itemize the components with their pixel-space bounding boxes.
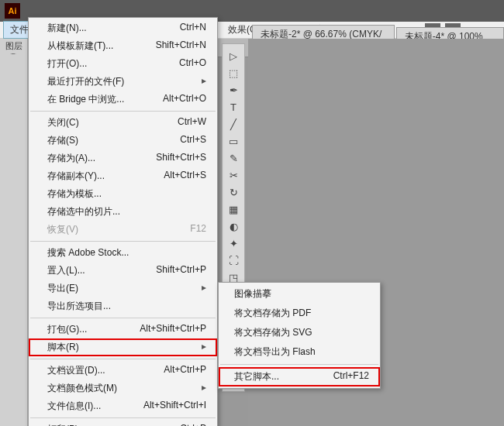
submenu-item[interactable]: 将文档存储为 SVG [219, 323, 380, 342]
shortcut-label: Ctrl+O [179, 57, 206, 70]
eyedropper-icon[interactable]: ⛶ [224, 252, 243, 269]
shortcut-label: Alt+Shift+Ctrl+I [143, 400, 206, 413]
menu-item-label: 文档颜色模式(M) [47, 382, 117, 395]
menu-item-label: 存储(S) [47, 134, 78, 147]
menu-item: 恢复(V)F12 [29, 221, 217, 239]
submenu-item[interactable]: 其它脚本...Ctrl+F12 [219, 367, 380, 386]
type-tool-icon[interactable]: T [224, 98, 243, 115]
submenu-item-label: 将文档导出为 Flash [234, 345, 316, 359]
menu-item[interactable]: 打包(G)...Alt+Shift+Ctrl+P [29, 321, 217, 338]
menu-item[interactable]: 存储选中的切片... [29, 203, 217, 221]
gradient-tool-icon[interactable]: ✦ [224, 235, 243, 252]
menu-item-label: 存储副本(Y)... [47, 170, 105, 183]
menu-item[interactable]: 导出所选项目... [29, 297, 217, 315]
menu-item[interactable]: 新建(N)...Ctrl+N [29, 19, 217, 37]
menu-item[interactable]: 脚本(R)▸ [29, 338, 217, 356]
menu-item-label: 文档设置(D)... [47, 364, 105, 377]
panel-title: 图层 [2, 39, 26, 53]
menu-item-label: 存储为(A)... [47, 152, 95, 165]
menu-item-label: 导出(E) [47, 282, 78, 295]
shape-builder-icon[interactable]: ◐ [224, 218, 243, 235]
shortcut-label: Ctrl+N [180, 22, 206, 35]
menu-item[interactable]: 从模板新建(T)...Shift+Ctrl+N [29, 37, 217, 55]
scripts-submenu: 图像描摹将文档存储为 PDF将文档存储为 SVG将文档导出为 Flash其它脚本… [218, 282, 381, 389]
menu-item-label: 恢复(V) [47, 223, 78, 236]
shortcut-label: Ctrl+P [180, 423, 206, 426]
submenu-item[interactable]: 图像描摹 [219, 284, 380, 304]
menu-item[interactable]: 最近打开的文件(F)▸ [29, 73, 217, 91]
shortcut-label: Shift+Ctrl+N [156, 40, 206, 53]
menu-item-label: 新建(N)... [47, 22, 87, 35]
submenu-item[interactable]: 将文档导出为 Flash [219, 342, 380, 362]
menu-item-label: 从模板新建(T)... [47, 40, 113, 53]
menu-item-label: 存储选中的切片... [47, 205, 120, 218]
selection-tool-icon[interactable]: ▷ [224, 47, 243, 64]
scale-tool-icon[interactable]: ▦ [224, 201, 243, 218]
rotate-tool-icon[interactable]: ↻ [224, 184, 243, 201]
menu-item-label: 最近打开的文件(F) [47, 75, 124, 88]
menu-item[interactable]: 文档颜色模式(M)▸ [29, 380, 217, 397]
line-tool-icon[interactable]: ╱ [224, 115, 243, 132]
submenu-arrow-icon: ▸ [202, 341, 206, 354]
menu-item-label: 置入(L)... [47, 264, 85, 277]
direct-select-icon[interactable]: ⬚ [224, 64, 243, 81]
menu-item[interactable]: 关闭(C)Ctrl+W [29, 114, 217, 132]
menu-item[interactable]: 存储(S)Ctrl+S [29, 132, 217, 149]
menu-item-label: 在 Bridge 中浏览... [47, 93, 124, 106]
menu-item-label: 打开(O)... [47, 57, 87, 70]
submenu-item-label: 将文档存储为 PDF [234, 307, 311, 320]
menu-item-label: 脚本(R) [47, 341, 79, 354]
rect-tool-icon[interactable]: ▭ [224, 132, 243, 149]
scissors-icon[interactable]: ✂ [224, 167, 243, 184]
submenu-arrow-icon: ▸ [202, 282, 206, 295]
menu-item[interactable]: 存储为(A)...Shift+Ctrl+S [29, 149, 217, 167]
file-menu-dropdown: 新建(N)...Ctrl+N从模板新建(T)...Shift+Ctrl+N打开(… [28, 17, 218, 426]
menu-item[interactable]: 存储为模板... [29, 185, 217, 203]
shortcut-label: Alt+Ctrl+O [163, 93, 206, 106]
menu-item[interactable]: 文档设置(D)...Alt+Ctrl+P [29, 362, 217, 380]
shortcut-label: F12 [190, 223, 206, 236]
shortcut-label: Alt+Ctrl+S [164, 170, 206, 183]
submenu-arrow-icon: ▸ [202, 75, 206, 88]
menu-item[interactable]: 搜索 Adobe Stock... [29, 244, 217, 262]
menu-item-label: 打印(P)... [47, 423, 86, 426]
layers-panel: 👁 [0, 39, 28, 426]
pen-tool-icon[interactable]: ✒ [224, 81, 243, 98]
menu-item-label: 搜索 Adobe Stock... [47, 246, 129, 259]
app-logo: Ai [5, 3, 20, 19]
menu-item-label: 文件信息(I)... [47, 400, 101, 413]
menu-item[interactable]: 打开(O)...Ctrl+O [29, 55, 217, 73]
submenu-arrow-icon: ▸ [202, 382, 206, 395]
submenu-item-label: 其它脚本... [234, 370, 279, 383]
menu-item[interactable]: 存储副本(Y)...Alt+Ctrl+S [29, 167, 217, 185]
menu-item-label: 导出所选项目... [47, 300, 111, 313]
shortcut-label: Ctrl+S [180, 134, 206, 147]
shortcut-label: Ctrl+W [178, 116, 206, 129]
menu-item-label: 存储为模板... [47, 187, 102, 201]
submenu-item[interactable]: 将文档存储为 PDF [219, 304, 380, 323]
menu-item[interactable]: 在 Bridge 中浏览...Alt+Ctrl+O [29, 91, 217, 108]
shortcut-label: Alt+Shift+Ctrl+P [140, 323, 206, 336]
menu-item[interactable]: 打印(P)...Ctrl+P [29, 421, 217, 426]
submenu-item-label: 将文档存储为 SVG [234, 326, 312, 339]
shortcut-label: Alt+Ctrl+P [164, 364, 206, 377]
shortcut-label: Shift+Ctrl+P [156, 264, 206, 277]
menu-item[interactable]: 文件信息(I)...Alt+Shift+Ctrl+I [29, 397, 217, 415]
brush-tool-icon[interactable]: ✎ [224, 149, 243, 167]
shortcut-label: Ctrl+F12 [333, 370, 369, 383]
menu-item-label: 打包(G)... [47, 323, 87, 336]
menu-item[interactable]: 导出(E)▸ [29, 280, 217, 297]
submenu-item-label: 图像描摹 [234, 287, 271, 301]
menu-item-label: 关闭(C) [47, 116, 79, 129]
shortcut-label: Shift+Ctrl+S [156, 152, 206, 165]
menu-item[interactable]: 置入(L)...Shift+Ctrl+P [29, 262, 217, 280]
